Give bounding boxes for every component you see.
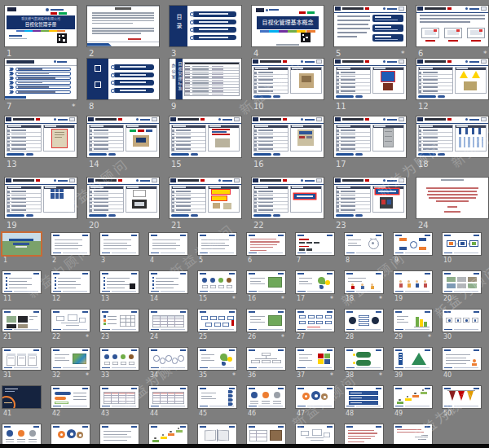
bottom-deck-slide-thumbnail-24[interactable] bbox=[149, 310, 187, 332]
bottom-deck-slide-thumbnail-31[interactable] bbox=[2, 348, 41, 370]
bottom-deck-slide-thumbnail-2[interactable] bbox=[51, 233, 90, 255]
bottom-deck-slide-thumbnail-17[interactable] bbox=[296, 271, 334, 293]
top-deck-slide-thumbnail-4[interactable]: 目视化管理基本概念 bbox=[252, 6, 324, 46]
bottom-deck-slide-thumbnail[interactable] bbox=[296, 424, 334, 446]
shape bbox=[201, 245, 229, 246]
bottom-deck-slide-thumbnail-46[interactable] bbox=[247, 386, 285, 408]
top-deck-slide-thumbnail-15[interactable] bbox=[170, 116, 241, 157]
bottom-deck-slide-thumbnail-42[interactable] bbox=[51, 386, 90, 408]
bottom-deck-slide-thumbnail-34[interactable] bbox=[149, 348, 187, 370]
bottom-deck-slide-thumbnail-36[interactable] bbox=[247, 348, 285, 370]
top-deck-slide-thumbnail-22[interactable] bbox=[252, 178, 324, 218]
bottom-deck-slide-thumbnail-45[interactable] bbox=[198, 386, 236, 408]
bottom-deck-slide-thumbnail-1[interactable] bbox=[2, 233, 41, 255]
bottom-deck-slide-thumbnail-30[interactable] bbox=[443, 310, 481, 332]
shape bbox=[199, 13, 228, 15]
bottom-deck-slide-thumbnail-16[interactable] bbox=[247, 271, 285, 293]
shape bbox=[129, 362, 134, 365]
bottom-deck-slide-thumbnail-44[interactable] bbox=[149, 386, 187, 408]
bottom-deck-slide-thumbnail-25[interactable] bbox=[198, 310, 236, 332]
top-deck-slide-thumbnail-19[interactable] bbox=[5, 178, 77, 218]
bottom-deck-slide-thumbnail-11[interactable] bbox=[2, 271, 41, 293]
top-deck-slide-thumbnail-6[interactable] bbox=[416, 6, 488, 46]
top-deck-slide-thumbnail-13[interactable] bbox=[5, 116, 77, 157]
top-deck-slide-thumbnail-5[interactable] bbox=[334, 6, 406, 46]
header-logo-dash bbox=[82, 349, 88, 351]
shape bbox=[89, 186, 124, 213]
shape bbox=[370, 238, 372, 239]
bottom-deck-slide-thumbnail[interactable] bbox=[394, 424, 432, 446]
bottom-deck-slide-thumbnail-33[interactable] bbox=[100, 348, 139, 370]
bottom-deck-slide-thumbnail-35[interactable] bbox=[198, 348, 236, 370]
bottom-deck-slide-thumbnail-18[interactable] bbox=[345, 271, 383, 293]
bottom-deck-slide-thumbnail-10[interactable] bbox=[443, 233, 481, 255]
bottom-deck-slide-thumbnail-37[interactable] bbox=[296, 348, 334, 370]
top-deck-slide-thumbnail-8[interactable] bbox=[87, 59, 159, 99]
top-deck-slide-thumbnail-7[interactable] bbox=[5, 59, 77, 99]
top-deck-slide-thumbnail-21[interactable] bbox=[170, 178, 241, 218]
shape bbox=[350, 393, 362, 393]
bottom-deck-slide-thumbnail-3[interactable] bbox=[100, 233, 139, 255]
top-deck-slide-thumbnail-24[interactable] bbox=[416, 178, 488, 218]
bottom-deck-slide-thumbnail-38[interactable] bbox=[345, 348, 383, 370]
top-deck-slide-thumbnail-3[interactable]: 目录 bbox=[170, 6, 241, 46]
top-deck-slide-thumbnail-18[interactable] bbox=[416, 116, 488, 157]
bottom-deck-slide-thumbnail[interactable] bbox=[2, 424, 41, 446]
top-deck-slide-thumbnail-10[interactable] bbox=[252, 59, 324, 99]
slide-title-dash bbox=[346, 273, 353, 275]
color-strip bbox=[260, 30, 269, 33]
bottom-deck-slide-thumbnail-9[interactable] bbox=[394, 233, 432, 255]
bottom-deck-slide-thumbnail-40[interactable] bbox=[443, 348, 481, 370]
top-deck-slide-thumbnail-16[interactable] bbox=[252, 116, 324, 157]
bottom-deck-slide-thumbnail-15[interactable] bbox=[198, 271, 236, 293]
bottom-deck-slide-thumbnail-21[interactable] bbox=[2, 310, 41, 332]
shape bbox=[55, 239, 82, 240]
shape bbox=[87, 123, 159, 124]
bottom-deck-slide-thumbnail-32[interactable] bbox=[51, 348, 90, 370]
bottom-deck-slide-thumbnail-19[interactable] bbox=[394, 271, 432, 293]
top-deck-slide-thumbnail-12[interactable] bbox=[416, 59, 488, 99]
bottom-deck-slide-thumbnail[interactable] bbox=[198, 424, 236, 446]
bottom-deck-slide-thumbnail[interactable] bbox=[345, 424, 383, 446]
toc-item-number bbox=[190, 28, 194, 32]
top-deck-slide-thumbnail-20[interactable] bbox=[87, 178, 159, 218]
bottom-deck-slide-thumbnail-12[interactable] bbox=[51, 271, 90, 293]
bottom-deck-slide-thumbnail-28[interactable] bbox=[345, 310, 383, 332]
top-deck-slide-thumbnail-9[interactable]: 办公室目视管理标准 bbox=[170, 59, 241, 99]
bottom-deck-slide-thumbnail-50[interactable] bbox=[443, 386, 481, 408]
bottom-deck-slide-thumbnail-47[interactable] bbox=[296, 386, 334, 408]
bottom-deck-slide-thumbnail-29[interactable] bbox=[394, 310, 432, 332]
top-deck-slide-thumbnail-14[interactable] bbox=[87, 116, 159, 157]
slide-title-dash bbox=[346, 235, 353, 236]
bottom-deck-slide-thumbnail-8[interactable] bbox=[345, 233, 383, 255]
top-deck-slide-thumbnail-11[interactable] bbox=[334, 59, 406, 99]
bottom-deck-slide-thumbnail-27[interactable] bbox=[296, 310, 334, 332]
bottom-deck-slide-thumbnail-7[interactable] bbox=[296, 233, 334, 255]
bottom-deck-slide-thumbnail-5[interactable] bbox=[198, 233, 236, 255]
header-logo-dash bbox=[33, 311, 39, 313]
top-deck-slide-thumbnail-1[interactable]: 重庆燃气集团股份有限公司目视化管理手册 bbox=[5, 6, 77, 46]
bottom-deck-slide-thumbnail-4[interactable] bbox=[149, 233, 187, 255]
top-deck-slide-thumbnail-2[interactable] bbox=[87, 6, 159, 46]
bottom-deck-slide-thumbnail[interactable] bbox=[149, 424, 187, 446]
bottom-deck-slide-thumbnail-41[interactable] bbox=[2, 386, 41, 408]
bottom-deck-slide-thumbnail[interactable] bbox=[51, 424, 90, 446]
bottom-deck-slide-thumbnail-39[interactable] bbox=[394, 348, 432, 370]
bottom-deck-slide-thumbnail[interactable] bbox=[247, 424, 285, 446]
bottom-deck-slide-thumbnail-26[interactable] bbox=[247, 310, 285, 332]
bottom-deck-slide-thumbnail-23[interactable] bbox=[100, 310, 139, 332]
bottom-deck-slide-thumbnail-14[interactable] bbox=[149, 271, 187, 293]
header-logo-dash bbox=[229, 388, 235, 389]
shape bbox=[104, 354, 109, 359]
bottom-deck-slide-thumbnail-49[interactable] bbox=[394, 386, 432, 408]
bottom-deck-slide-thumbnail-22[interactable] bbox=[51, 310, 90, 332]
bottom-deck-slide-thumbnail-48[interactable] bbox=[345, 386, 383, 408]
top-deck-slide-thumbnail-23[interactable] bbox=[334, 178, 406, 218]
shape bbox=[58, 119, 68, 121]
bottom-deck-slide-thumbnail-6[interactable] bbox=[247, 233, 285, 255]
top-deck-slide-thumbnail-17[interactable] bbox=[334, 116, 406, 157]
bottom-deck-slide-thumbnail-43[interactable] bbox=[100, 386, 139, 408]
bottom-deck-slide-thumbnail-13[interactable] bbox=[100, 271, 139, 293]
bottom-deck-slide-thumbnail[interactable] bbox=[100, 424, 139, 446]
bottom-deck-slide-thumbnail-20[interactable] bbox=[443, 271, 481, 293]
